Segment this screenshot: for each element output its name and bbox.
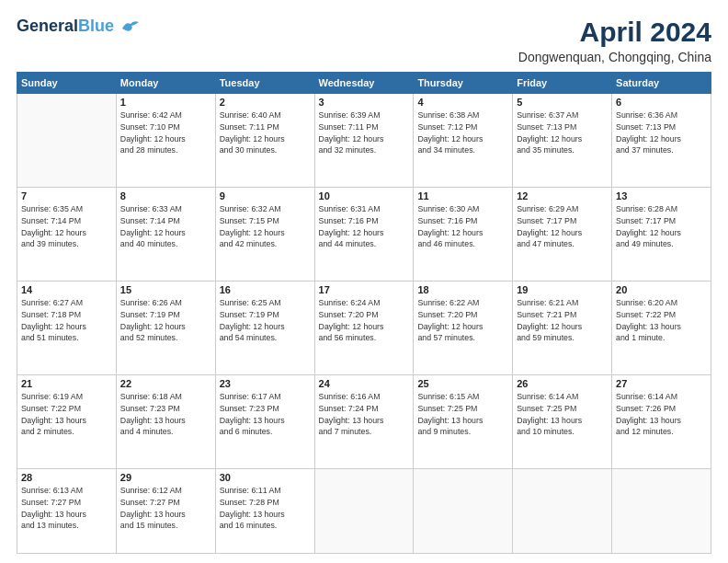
table-cell: 8Sunrise: 6:33 AMSunset: 7:14 PMDaylight… — [116, 188, 215, 282]
day-info: Sunrise: 6:19 AMSunset: 7:22 PMDaylight:… — [21, 391, 112, 438]
table-cell — [314, 469, 414, 554]
day-number: 3 — [319, 97, 410, 108]
col-thursday: Thursday — [414, 73, 513, 94]
day-info: Sunrise: 6:25 AMSunset: 7:19 PMDaylight:… — [220, 297, 311, 344]
table-cell — [513, 469, 612, 554]
day-info: Sunrise: 6:38 AMSunset: 7:12 PMDaylight:… — [417, 109, 508, 156]
day-info: Sunrise: 6:40 AMSunset: 7:11 PMDaylight:… — [220, 109, 311, 156]
day-number: 25 — [417, 378, 508, 389]
day-info: Sunrise: 6:14 AMSunset: 7:25 PMDaylight:… — [517, 391, 608, 438]
header: GeneralBlue April 2024 Dongwenquan, Chon… — [17, 17, 711, 64]
day-number: 16 — [220, 284, 311, 295]
day-info: Sunrise: 6:26 AMSunset: 7:19 PMDaylight:… — [120, 297, 211, 344]
day-info: Sunrise: 6:18 AMSunset: 7:23 PMDaylight:… — [120, 391, 211, 438]
title-section: April 2024 Dongwenquan, Chongqing, China — [518, 17, 711, 64]
table-cell: 20Sunrise: 6:20 AMSunset: 7:22 PMDayligh… — [612, 282, 711, 375]
day-number: 12 — [517, 190, 608, 201]
table-cell: 21Sunrise: 6:19 AMSunset: 7:22 PMDayligh… — [17, 375, 117, 469]
logo-text: GeneralBlue — [17, 17, 141, 36]
day-info: Sunrise: 6:37 AMSunset: 7:13 PMDaylight:… — [517, 109, 608, 156]
day-info: Sunrise: 6:28 AMSunset: 7:17 PMDaylight:… — [616, 203, 707, 250]
table-cell: 3Sunrise: 6:39 AMSunset: 7:11 PMDaylight… — [314, 94, 414, 188]
day-number: 7 — [21, 190, 112, 201]
day-info: Sunrise: 6:17 AMSunset: 7:23 PMDaylight:… — [220, 391, 311, 438]
day-number: 23 — [220, 378, 311, 389]
day-number: 13 — [616, 190, 707, 201]
day-number: 11 — [417, 190, 508, 201]
table-cell: 13Sunrise: 6:28 AMSunset: 7:17 PMDayligh… — [612, 188, 711, 282]
day-info: Sunrise: 6:29 AMSunset: 7:17 PMDaylight:… — [517, 203, 608, 250]
day-number: 5 — [517, 97, 608, 108]
table-cell: 17Sunrise: 6:24 AMSunset: 7:20 PMDayligh… — [314, 282, 414, 375]
day-info: Sunrise: 6:30 AMSunset: 7:16 PMDaylight:… — [417, 203, 508, 250]
table-cell: 7Sunrise: 6:35 AMSunset: 7:14 PMDaylight… — [17, 188, 117, 282]
table-cell: 1Sunrise: 6:42 AMSunset: 7:10 PMDaylight… — [116, 94, 215, 188]
day-number: 26 — [517, 378, 608, 389]
day-info: Sunrise: 6:14 AMSunset: 7:26 PMDaylight:… — [616, 391, 707, 438]
table-cell: 10Sunrise: 6:31 AMSunset: 7:16 PMDayligh… — [314, 188, 414, 282]
day-info: Sunrise: 6:16 AMSunset: 7:24 PMDaylight:… — [319, 391, 410, 438]
day-number: 10 — [319, 190, 410, 201]
table-cell: 5Sunrise: 6:37 AMSunset: 7:13 PMDaylight… — [513, 94, 612, 188]
day-info: Sunrise: 6:33 AMSunset: 7:14 PMDaylight:… — [120, 203, 211, 250]
day-info: Sunrise: 6:20 AMSunset: 7:22 PMDaylight:… — [616, 297, 707, 344]
day-info: Sunrise: 6:32 AMSunset: 7:15 PMDaylight:… — [220, 203, 311, 250]
table-cell: 24Sunrise: 6:16 AMSunset: 7:24 PMDayligh… — [314, 375, 414, 469]
day-info: Sunrise: 6:12 AMSunset: 7:27 PMDaylight:… — [120, 485, 211, 532]
table-cell: 2Sunrise: 6:40 AMSunset: 7:11 PMDaylight… — [215, 94, 314, 188]
day-number: 24 — [319, 378, 410, 389]
logo-bird-icon — [120, 19, 141, 34]
table-cell: 29Sunrise: 6:12 AMSunset: 7:27 PMDayligh… — [116, 469, 215, 554]
day-number: 14 — [21, 284, 112, 295]
calendar-header-row: Sunday Monday Tuesday Wednesday Thursday… — [17, 73, 711, 94]
day-number: 1 — [120, 97, 211, 108]
table-cell — [612, 469, 711, 554]
logo: GeneralBlue — [17, 17, 141, 36]
day-number: 2 — [220, 97, 311, 108]
table-cell: 18Sunrise: 6:22 AMSunset: 7:20 PMDayligh… — [414, 282, 513, 375]
col-sunday: Sunday — [17, 73, 117, 94]
day-number: 21 — [21, 378, 112, 389]
table-cell: 28Sunrise: 6:13 AMSunset: 7:27 PMDayligh… — [17, 469, 117, 554]
day-number: 20 — [616, 284, 707, 295]
day-number: 29 — [120, 472, 211, 483]
day-number: 4 — [417, 97, 508, 108]
location: Dongwenquan, Chongqing, China — [518, 50, 711, 64]
day-number: 30 — [220, 472, 311, 483]
day-number: 6 — [616, 97, 707, 108]
table-cell: 14Sunrise: 6:27 AMSunset: 7:18 PMDayligh… — [17, 282, 117, 375]
table-cell: 4Sunrise: 6:38 AMSunset: 7:12 PMDaylight… — [414, 94, 513, 188]
day-info: Sunrise: 6:11 AMSunset: 7:28 PMDaylight:… — [220, 485, 311, 532]
day-info: Sunrise: 6:24 AMSunset: 7:20 PMDaylight:… — [319, 297, 410, 344]
table-cell: 15Sunrise: 6:26 AMSunset: 7:19 PMDayligh… — [116, 282, 215, 375]
day-info: Sunrise: 6:21 AMSunset: 7:21 PMDaylight:… — [517, 297, 608, 344]
table-cell: 9Sunrise: 6:32 AMSunset: 7:15 PMDaylight… — [215, 188, 314, 282]
day-number: 19 — [517, 284, 608, 295]
table-cell: 11Sunrise: 6:30 AMSunset: 7:16 PMDayligh… — [414, 188, 513, 282]
table-cell: 16Sunrise: 6:25 AMSunset: 7:19 PMDayligh… — [215, 282, 314, 375]
table-cell: 27Sunrise: 6:14 AMSunset: 7:26 PMDayligh… — [612, 375, 711, 469]
day-number: 15 — [120, 284, 211, 295]
table-cell: 26Sunrise: 6:14 AMSunset: 7:25 PMDayligh… — [513, 375, 612, 469]
day-info: Sunrise: 6:36 AMSunset: 7:13 PMDaylight:… — [616, 109, 707, 156]
col-tuesday: Tuesday — [215, 73, 314, 94]
table-cell: 19Sunrise: 6:21 AMSunset: 7:21 PMDayligh… — [513, 282, 612, 375]
table-cell: 30Sunrise: 6:11 AMSunset: 7:28 PMDayligh… — [215, 469, 314, 554]
col-monday: Monday — [116, 73, 215, 94]
day-info: Sunrise: 6:13 AMSunset: 7:27 PMDaylight:… — [21, 485, 112, 532]
table-cell: 22Sunrise: 6:18 AMSunset: 7:23 PMDayligh… — [116, 375, 215, 469]
table-cell — [414, 469, 513, 554]
day-info: Sunrise: 6:31 AMSunset: 7:16 PMDaylight:… — [319, 203, 410, 250]
col-wednesday: Wednesday — [314, 73, 414, 94]
table-cell: 25Sunrise: 6:15 AMSunset: 7:25 PMDayligh… — [414, 375, 513, 469]
month-year: April 2024 — [518, 17, 711, 48]
day-number: 9 — [220, 190, 311, 201]
day-info: Sunrise: 6:42 AMSunset: 7:10 PMDaylight:… — [120, 109, 211, 156]
calendar: Sunday Monday Tuesday Wednesday Thursday… — [17, 72, 711, 554]
day-number: 22 — [120, 378, 211, 389]
day-info: Sunrise: 6:39 AMSunset: 7:11 PMDaylight:… — [319, 109, 410, 156]
day-number: 17 — [319, 284, 410, 295]
day-info: Sunrise: 6:15 AMSunset: 7:25 PMDaylight:… — [417, 391, 508, 438]
table-cell — [17, 94, 117, 188]
day-info: Sunrise: 6:35 AMSunset: 7:14 PMDaylight:… — [21, 203, 112, 250]
